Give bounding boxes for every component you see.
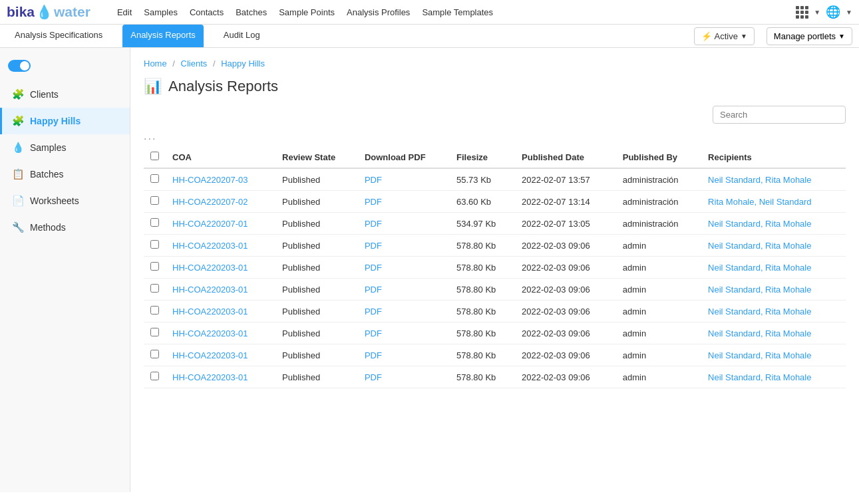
row-checkbox-0[interactable] (150, 174, 159, 183)
coa-link-6[interactable]: HH-COA220203-01 (172, 307, 248, 316)
nav-samples[interactable]: Samples (144, 7, 178, 17)
toggle-track[interactable] (8, 60, 31, 72)
ellipsis-text: ... (144, 130, 156, 142)
recipients-1[interactable]: Rita Mohale, Neil Standard (708, 197, 811, 207)
row-published-by-3: admin (616, 235, 701, 257)
recipients-4[interactable]: Neil Standard, Rita Mohale (708, 263, 811, 273)
pdf-link-8[interactable]: PDF (365, 350, 382, 360)
select-all-checkbox[interactable] (150, 152, 159, 160)
nav-edit[interactable]: Edit (117, 7, 132, 17)
breadcrumb: Home / Clients / Happy Hills (144, 59, 846, 68)
sidebar-item-clients[interactable]: 🧩 Clients (0, 81, 130, 108)
table-row: HH-COA220203-01 Published PDF 578.80 Kb … (144, 366, 846, 388)
recipients-6[interactable]: Neil Standard, Rita Mohale (708, 307, 811, 316)
row-checkbox-5[interactable] (150, 284, 159, 293)
active-label: Active (715, 31, 738, 41)
sidebar-item-methods[interactable]: 🔧 Methods (0, 214, 130, 241)
pdf-link-3[interactable]: PDF (365, 241, 382, 251)
nav-audit-log[interactable]: Audit Log (216, 25, 268, 47)
sidebar-toggle[interactable] (0, 55, 130, 77)
col-header-published-by: Published By (616, 146, 701, 168)
table-toolbar (144, 106, 846, 124)
coa-link-7[interactable]: HH-COA220203-01 (172, 328, 248, 338)
coa-link-3[interactable]: HH-COA220203-01 (172, 241, 248, 251)
coa-link-5[interactable]: HH-COA220203-01 (172, 285, 248, 295)
sidebar-item-happy-hills[interactable]: 🧩 Happy Hills (0, 108, 130, 134)
coa-link-4[interactable]: HH-COA220203-01 (172, 263, 248, 273)
coa-link-1[interactable]: HH-COA220207-02 (172, 197, 248, 207)
row-checkbox-2[interactable] (150, 218, 159, 227)
recipients-5[interactable]: Neil Standard, Rita Mohale (708, 285, 811, 295)
search-input[interactable] (713, 106, 846, 124)
table-row: HH-COA220203-01 Published PDF 578.80 Kb … (144, 235, 846, 257)
sidebar-item-batches[interactable]: 📋 Batches (0, 161, 130, 188)
sidebar-item-worksheets[interactable]: 📄 Worksheets (0, 188, 130, 214)
nav-contacts[interactable]: Contacts (190, 7, 224, 17)
nav-right: ▼ 🌐 ▼ (796, 5, 852, 19)
grid-icon[interactable] (796, 6, 808, 19)
row-published-by-4: admin (616, 257, 701, 279)
row-checkbox-9[interactable] (150, 372, 159, 380)
breadcrumb-happy-hills[interactable]: Happy Hills (221, 59, 265, 68)
pdf-link-4[interactable]: PDF (365, 263, 382, 273)
row-checkbox-7[interactable] (150, 328, 159, 336)
breadcrumb-home[interactable]: Home (144, 59, 167, 68)
breadcrumb-clients[interactable]: Clients (181, 59, 208, 68)
row-filesize-3: 578.80 Kb (450, 235, 515, 257)
nav-analysis-specifications[interactable]: Analysis Specifications (7, 25, 110, 47)
row-published-by-2: administración (616, 213, 701, 235)
nav-batches[interactable]: Batches (236, 7, 267, 17)
row-checkbox-1[interactable] (150, 196, 159, 205)
row-checkbox-cell (144, 344, 166, 366)
logo-water-text: water (54, 4, 90, 20)
coa-link-9[interactable]: HH-COA220203-01 (172, 372, 248, 382)
row-checkbox-cell (144, 301, 166, 322)
table-row: HH-COA220203-01 Published PDF 578.80 Kb … (144, 344, 846, 366)
sidebar-item-samples[interactable]: 💧 Samples (0, 134, 130, 161)
recipients-8[interactable]: Neil Standard, Rita Mohale (708, 350, 811, 360)
pdf-link-2[interactable]: PDF (365, 219, 382, 229)
row-coa-1: HH-COA220207-02 (166, 191, 275, 213)
row-pdf-6: PDF (358, 301, 450, 322)
recipients-7[interactable]: Neil Standard, Rita Mohale (708, 328, 811, 338)
nav-sample-points[interactable]: Sample Points (279, 7, 335, 17)
recipients-9[interactable]: Neil Standard, Rita Mohale (708, 372, 811, 382)
data-table: COA Review State Download PDF Filesize P… (144, 146, 846, 388)
pdf-link-7[interactable]: PDF (365, 328, 382, 338)
pdf-link-5[interactable]: PDF (365, 285, 382, 295)
pdf-link-1[interactable]: PDF (365, 197, 382, 207)
manage-portlets-button[interactable]: Manage portlets ▼ (767, 27, 852, 45)
row-checkbox-4[interactable] (150, 262, 159, 271)
pdf-link-9[interactable]: PDF (365, 372, 382, 382)
table-row: HH-COA220207-03 Published PDF 55.73 Kb 2… (144, 168, 846, 191)
row-recipients-9: Neil Standard, Rita Mohale (701, 366, 846, 388)
logo-drop-icon: 💧 (36, 4, 53, 20)
sidebar-samples-label: Samples (30, 142, 66, 153)
row-recipients-4: Neil Standard, Rita Mohale (701, 257, 846, 279)
row-review-state-9: Published (275, 366, 358, 388)
row-published-by-9: admin (616, 366, 701, 388)
nav-analysis-reports[interactable]: Analysis Reports (122, 25, 204, 47)
row-checkbox-3[interactable] (150, 240, 159, 249)
pdf-link-6[interactable]: PDF (365, 307, 382, 316)
row-review-state-0: Published (275, 168, 358, 191)
pdf-link-0[interactable]: PDF (365, 175, 382, 185)
row-checkbox-6[interactable] (150, 306, 159, 315)
nav-links-row1: Edit Samples Contacts Batches Sample Poi… (117, 7, 782, 17)
logo[interactable]: bika 💧 water (7, 4, 90, 20)
nav-sample-templates[interactable]: Sample Templates (422, 7, 493, 17)
row-published-date-4: 2022-02-03 09:06 (515, 257, 616, 279)
recipients-3[interactable]: Neil Standard, Rita Mohale (708, 241, 811, 251)
coa-link-0[interactable]: HH-COA220207-03 (172, 175, 248, 185)
nav-analysis-profiles[interactable]: Analysis Profiles (347, 7, 410, 17)
globe-icon[interactable]: 🌐 (826, 5, 840, 19)
coa-link-8[interactable]: HH-COA220203-01 (172, 350, 248, 360)
sidebar-batches-label: Batches (30, 169, 64, 180)
active-button[interactable]: ⚡ Active ▼ (694, 27, 755, 45)
recipients-0[interactable]: Neil Standard, Rita Mohale (708, 175, 811, 185)
recipients-2[interactable]: Neil Standard, Rita Mohale (708, 219, 811, 229)
coa-link-2[interactable]: HH-COA220207-01 (172, 219, 248, 229)
table-row: HH-COA220203-01 Published PDF 578.80 Kb … (144, 257, 846, 279)
row-checkbox-8[interactable] (150, 350, 159, 358)
row-recipients-2: Neil Standard, Rita Mohale (701, 213, 846, 235)
